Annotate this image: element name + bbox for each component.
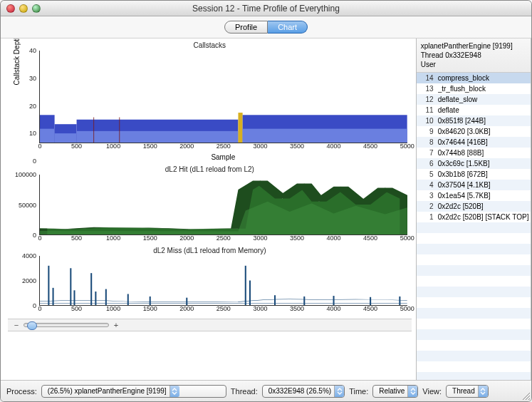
svg-rect-6 bbox=[238, 113, 242, 143]
minimize-icon[interactable] bbox=[19, 4, 28, 13]
process-combo[interactable]: (26.5%) xplanetPantherEngine [9199] bbox=[41, 385, 226, 398]
stack-row-label: 0x74644 [416B] bbox=[438, 138, 529, 146]
chart-plot-area[interactable]: 0 500 1000 1500 2000 2500 3000 3500 4000… bbox=[39, 51, 407, 143]
callstack-user: User bbox=[421, 60, 526, 69]
callstack-panel: xplanetPantherEngine [9199] Thread 0x332… bbox=[417, 38, 531, 380]
x-axis: 0 500 1000 1500 2000 2500 3000 3500 4000… bbox=[40, 143, 407, 153]
stack-row[interactable]: 11deflate bbox=[417, 105, 531, 115]
segment-control: Profile Chart bbox=[1, 16, 531, 38]
y-axis: 0 50000 100000 bbox=[18, 175, 38, 235]
stack-row-empty bbox=[417, 265, 531, 276]
svg-rect-1 bbox=[40, 129, 55, 143]
stack-row[interactable]: 60x3c69c [1.5KB] bbox=[417, 158, 531, 169]
chart-dl2-miss: dL2 Miss (dL1 reload from Memory) 0 2000… bbox=[8, 247, 412, 306]
callstack-list[interactable]: 14compress_block13_tr_flush_block12defla… bbox=[417, 73, 531, 380]
stack-row-depth: 4 bbox=[418, 181, 434, 189]
callstack-process: xplanetPantherEngine [9199] bbox=[421, 41, 526, 51]
stack-row-empty bbox=[417, 372, 531, 380]
svg-rect-10 bbox=[119, 118, 120, 143]
view-combo[interactable]: Thread bbox=[446, 385, 489, 398]
process-label: Process: bbox=[6, 387, 37, 396]
stack-row[interactable]: 12deflate_slow bbox=[417, 94, 531, 105]
stack-row[interactable]: 20x2d2c [520B] bbox=[417, 201, 531, 212]
stack-row-empty bbox=[417, 297, 531, 308]
chart-dl2-hit: dL2 Hit (dL1 reload from L2) 0 50000 100… bbox=[8, 165, 412, 235]
stack-row-label: 0x1ea54 [5.7KB] bbox=[438, 192, 529, 200]
stack-row-label: 0x3c69c [1.5KB] bbox=[438, 160, 529, 168]
stack-row-label: 0x37504 [4.1KB] bbox=[438, 181, 529, 189]
chart-title: dL2 Miss (dL1 reload from Memory) bbox=[8, 247, 412, 254]
time-label: Time: bbox=[349, 387, 368, 396]
thread-label: Thread: bbox=[231, 387, 258, 396]
stack-row-depth: 6 bbox=[418, 160, 434, 168]
chevron-updown-icon bbox=[478, 386, 488, 397]
stack-row-empty bbox=[417, 233, 531, 244]
time-value: Relative bbox=[376, 387, 407, 395]
stack-row[interactable]: 13_tr_flush_block bbox=[417, 83, 531, 94]
chart-title: dL2 Hit (dL1 reload from L2) bbox=[8, 165, 412, 173]
stack-row[interactable]: 40x37504 [4.1KB] bbox=[417, 180, 531, 190]
stack-row-depth: 2 bbox=[418, 202, 434, 210]
x-axis: 0 500 1000 1500 2000 2500 3000 3500 4000… bbox=[40, 234, 407, 244]
x-axis: 0 500 1000 1500 2000 2500 3000 3500 4000… bbox=[40, 305, 407, 315]
stack-row-empty bbox=[417, 329, 531, 340]
thread-combo[interactable]: 0x332E948 (26.5%) bbox=[262, 385, 345, 398]
svg-rect-9 bbox=[93, 118, 94, 143]
stack-row-empty bbox=[417, 340, 531, 351]
stack-row-empty bbox=[417, 276, 531, 287]
close-icon[interactable] bbox=[6, 4, 15, 13]
y-axis: 0 10 20 30 40 bbox=[18, 51, 38, 161]
svg-rect-3 bbox=[55, 133, 77, 143]
svg-rect-5 bbox=[77, 131, 239, 143]
callstack-thread: Thread 0x332E948 bbox=[421, 51, 526, 60]
app-window: Session 12 - Time Profile of Everything … bbox=[0, 0, 532, 402]
stack-row-label: 0x2d2c [520B] [STACK TOP] bbox=[438, 213, 529, 221]
time-combo[interactable]: Relative bbox=[372, 385, 418, 398]
chart-plot-area[interactable]: 0 500 1000 1500 2000 2500 3000 3500 4000… bbox=[39, 175, 407, 235]
stack-row[interactable]: 10x2d2c [520B] [STACK TOP] bbox=[417, 212, 531, 222]
zoom-in-button[interactable]: + bbox=[112, 321, 120, 329]
vertical-scrollbar[interactable] bbox=[531, 38, 531, 380]
stack-row-label: _tr_flush_block bbox=[438, 85, 529, 93]
tab-chart[interactable]: Chart bbox=[268, 21, 308, 34]
chevron-updown-icon bbox=[334, 386, 344, 397]
chart-plot-area[interactable]: 0 500 1000 1500 2000 2500 3000 3500 4000… bbox=[39, 256, 407, 306]
stack-row[interactable]: 90x84620 [3.0KB] bbox=[417, 126, 531, 137]
charts-pane: Callstacks Callstack Depth 0 10 20 30 40 bbox=[1, 38, 417, 380]
stack-row[interactable]: 50x3b1b8 [672B] bbox=[417, 169, 531, 180]
stack-row-empty bbox=[417, 319, 531, 329]
tab-profile[interactable]: Profile bbox=[224, 21, 268, 34]
stack-row-empty bbox=[417, 308, 531, 319]
stack-row-label: deflate bbox=[438, 106, 529, 114]
stack-row-depth: 5 bbox=[418, 170, 434, 178]
chevron-updown-icon bbox=[407, 386, 417, 397]
main-body: Callstacks Callstack Depth 0 10 20 30 40 bbox=[1, 38, 531, 380]
bottom-bar: Process: (26.5%) xplanetPantherEngine [9… bbox=[1, 380, 531, 401]
stack-row[interactable]: 14compress_block bbox=[417, 73, 531, 83]
chart-callstacks: Callstacks Callstack Depth 0 10 20 30 40 bbox=[8, 41, 412, 161]
stack-row-label: deflate_slow bbox=[438, 96, 529, 103]
zoom-icon[interactable] bbox=[32, 4, 41, 13]
zoom-slider[interactable] bbox=[24, 323, 109, 327]
stack-row-depth: 8 bbox=[418, 138, 434, 146]
stack-row-depth: 12 bbox=[418, 96, 434, 103]
slider-thumb[interactable] bbox=[27, 321, 37, 330]
resize-grip-icon[interactable] bbox=[521, 391, 530, 400]
window-title: Session 12 - Time Profile of Everything bbox=[1, 4, 531, 14]
stack-row-depth: 9 bbox=[418, 128, 434, 135]
stack-row-depth: 7 bbox=[418, 149, 434, 157]
stack-row[interactable]: 80x74644 [416B] bbox=[417, 137, 531, 148]
x-axis-label: Sample bbox=[39, 153, 407, 161]
zoom-out-button[interactable]: − bbox=[12, 321, 21, 329]
stack-row-depth: 14 bbox=[418, 74, 434, 82]
stack-row-empty bbox=[417, 351, 531, 361]
stack-row[interactable]: 100x851f8 [244B] bbox=[417, 115, 531, 126]
thread-value: 0x332E948 (26.5%) bbox=[266, 387, 334, 395]
stack-row[interactable]: 30x1ea54 [5.7KB] bbox=[417, 190, 531, 201]
chevron-updown-icon bbox=[169, 386, 179, 397]
callstack-header: xplanetPantherEngine [9199] Thread 0x332… bbox=[417, 38, 531, 73]
stack-row[interactable]: 70x744b8 [88B] bbox=[417, 148, 531, 158]
stack-row-empty bbox=[417, 361, 531, 372]
stack-row-depth: 3 bbox=[418, 192, 434, 200]
stack-row-label: compress_block bbox=[438, 74, 529, 82]
